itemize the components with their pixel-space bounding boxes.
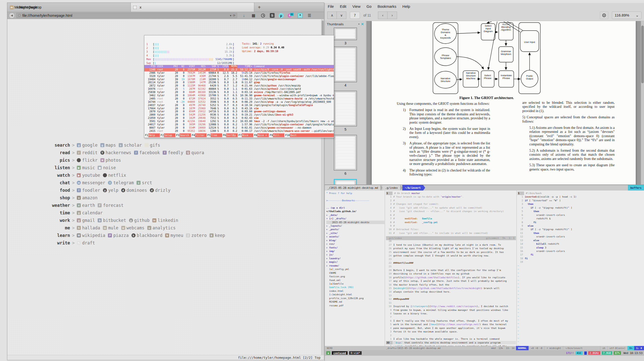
tab-close-icon[interactable]: x (139, 5, 143, 9)
homepage-link-piazza[interactable]: Ppiazza (108, 233, 128, 238)
homepage-link-photos[interactable]: ✳photos (100, 158, 121, 163)
column-header-ni[interactable]: NI (178, 65, 184, 68)
fkey-F1[interactable]: F1 (144, 133, 148, 137)
menu-view[interactable]: View (352, 4, 360, 9)
pdf-scrollbar-thumb[interactable] (641, 26, 644, 83)
nerdtree-item[interactable]: ▸ blog/ (326, 239, 384, 242)
fkey-label[interactable]: Nice + (257, 133, 269, 137)
history-back-button[interactable]: ‹ (378, 12, 388, 19)
homepage-link-hackernews[interactable]: Yhackernews (100, 150, 131, 155)
nerdtree-item[interactable]: README.md (326, 300, 384, 304)
page-up-button[interactable]: ∧ (327, 12, 337, 19)
fkey-label[interactable]: Help (148, 133, 160, 137)
history-clock-icon[interactable] (260, 13, 266, 18)
htop-process-row[interactable]: 2405root200872M370243552S0.00.50:11.33/u… (144, 97, 334, 101)
thumbnail-page-4[interactable] (334, 47, 357, 82)
nerdtree-item[interactable]: feed.xml (326, 279, 384, 282)
sidebar-dropdown-icon[interactable]: ▾ (358, 23, 360, 25)
nerdtree-item[interactable]: ▸ _posts/ (326, 228, 384, 231)
htop-process-row[interactable]: 17664tyler200187M259607648S0.00.30:43.16… (144, 107, 334, 110)
homepage-link-hallada[interactable]: hhallada (77, 225, 100, 230)
homepage-link-feedly[interactable]: ffeedly (163, 150, 183, 155)
script-pane[interactable]: 1#!/bin/bash1inverted=$(xcalib -a -p | h… (518, 192, 644, 346)
nerdtree-item[interactable]: ▸ assets/ (326, 235, 384, 238)
fkey-label[interactable]: Filter (195, 133, 207, 137)
page-down-button[interactable]: ∨ (337, 12, 346, 19)
nerdtree-item[interactable]: ▸ _data/ (326, 213, 384, 217)
nerdtree-item[interactable]: .. (up a dir) (326, 206, 384, 210)
nerdtree-item[interactable]: ▸ css/ (326, 242, 384, 246)
scrapbook-icon[interactable]: S (270, 13, 275, 18)
homepage-link-keep[interactable]: kkeep (210, 233, 225, 238)
homepage-link-quora[interactable]: Qquora (186, 150, 204, 155)
thumbnail-page-6[interactable] (334, 135, 357, 170)
column-header-command[interactable]: Command (252, 65, 334, 68)
homepage-link-blackboard[interactable]: bblackboard (132, 233, 162, 238)
site-identity-icon[interactable] (18, 14, 21, 17)
menu-go[interactable]: Go (366, 4, 371, 9)
htop-process-row[interactable]: 28114tyler2001380M147M25196S0.01.80:11.6… (144, 81, 334, 84)
homepage-link-srct[interactable]: ssrct (137, 180, 152, 185)
nerdtree-item[interactable]: index.html (326, 289, 384, 293)
stats-badge-icon[interactable]: ‖21 (288, 13, 294, 18)
fkey-label[interactable]: Quit (290, 133, 301, 137)
nerdtree-item[interactable] (326, 195, 384, 199)
nerdtree-item[interactable]: favicon.png (326, 275, 384, 278)
homepage-link-foodler[interactable]: ffoodler (77, 188, 100, 193)
homepage-link-webcams[interactable]: wwebcams (121, 225, 145, 230)
nerdtree-item[interactable]: ▸ _site/ (326, 231, 384, 235)
homepage-link-earth[interactable]: eearth (77, 203, 95, 208)
htop-process-row[interactable]: 3501tyler20042156196401292S0.00.216:03.8… (144, 120, 334, 123)
url-field[interactable]: file:///home/tyler/homepage.html ▾ ⟳ (16, 13, 237, 18)
fkey-F3[interactable]: F3 (175, 133, 179, 137)
fkey-label[interactable]: Setup (164, 133, 175, 137)
htop-process-row[interactable]: 19484tyler39191670M214M18300S0.72.71h04:… (144, 78, 334, 81)
fkey-F6[interactable]: F6 (222, 133, 226, 137)
htop-process-row[interactable]: 2860tyler200542M212569536S0.00.30:19.21/… (144, 113, 334, 117)
fkey-label[interactable]: Tree (211, 133, 222, 137)
htop-process-row[interactable]: 3462tyler2001064M4396815700S0.70.510:36.… (144, 94, 334, 97)
nerdtree-item[interactable]: resume.pdf (326, 304, 384, 307)
homepage-link-google[interactable]: ggoogle (77, 143, 97, 148)
thumbnail-page-7-selected[interactable] (334, 179, 357, 185)
sidebar-title[interactable]: Thumbnails (327, 22, 357, 26)
htop-process-row[interactable]: 2870tyler200856M2501214716S0.00.30:03.60… (144, 110, 334, 113)
homepage-link-messenger[interactable]: mmessenger (77, 180, 105, 185)
fkey-F7[interactable]: F7 (238, 133, 242, 137)
nerdtree-item[interactable] (326, 202, 384, 206)
menu-edit[interactable]: Edit (340, 4, 346, 9)
nerdtree-item[interactable]: ▸ fonts/ (326, 246, 384, 249)
homepage-link-myneu[interactable]: Nmyneu (165, 233, 183, 238)
htop-header-row[interactable]: PIDUSERPRINIVIRTRESSHRSCPU%MEM%TIME+Comm… (144, 65, 334, 68)
column-header-s[interactable]: S (216, 65, 220, 68)
fkey-F8[interactable]: F8 (253, 133, 257, 137)
htop-process-row[interactable]: 24017tyler200305M1929612088S0.00.21:57.9… (144, 123, 334, 126)
history-forward-button[interactable]: › (388, 12, 397, 19)
nerdtree-item[interactable]: ▸ resume/ (326, 264, 384, 267)
homepage-link-zotero[interactable]: Zzotero (186, 233, 207, 238)
page-number-input[interactable]: 7 (350, 12, 360, 19)
htop-process-row[interactable]: 24037tyler200497M267405252S0.70.34:10.34… (144, 104, 334, 107)
homepage-link-yelp[interactable]: yyelp (103, 188, 118, 193)
homepage-link-draft[interactable]: ✎draft (77, 240, 95, 245)
back-button[interactable]: ◀ (9, 13, 15, 19)
htop-process-row[interactable]: 2872tyler2001115M964686420S0.71.24:21.44… (144, 84, 334, 87)
htop-process-row[interactable]: 16976root255287M9219248884S0.01.10:01.63… (144, 87, 334, 91)
nerdtree-item[interactable]: ▸ img/ (326, 249, 384, 253)
zoom-control[interactable]: 116.89% ⌄ (612, 12, 641, 19)
nerdtree-item[interactable]: ▾ [✗] _drafts/ (326, 217, 384, 220)
pdf-scrollbar[interactable] (641, 21, 644, 185)
column-header-res[interactable]: RES (195, 65, 206, 68)
buffer-tab-gitindex[interactable]: .g/index (382, 185, 400, 191)
tmux-window-label[interactable]: 0:vim* (349, 351, 362, 355)
homepage-link-wikipedia[interactable]: Wwikipedia (77, 233, 105, 238)
reload-icon[interactable]: ⟳ (233, 14, 235, 17)
thumbnail-page-5[interactable] (334, 91, 357, 126)
fkey-F2[interactable]: F2 (160, 133, 164, 137)
homepage-link-reddit[interactable]: rreddit (77, 150, 97, 155)
htop-process-row[interactable]: 2415root20095352188361280S0.00.20:00.17/… (144, 130, 334, 133)
homepage-link-maps[interactable]: gmaps (100, 143, 116, 148)
homepage-link-github[interactable]: ggithub (129, 218, 150, 223)
homepage-link-facebook[interactable]: ffacebook (134, 150, 160, 155)
htop-process-row[interactable]: 3320tyler2001347M436M21744S2.65.551:41.5… (144, 75, 334, 78)
